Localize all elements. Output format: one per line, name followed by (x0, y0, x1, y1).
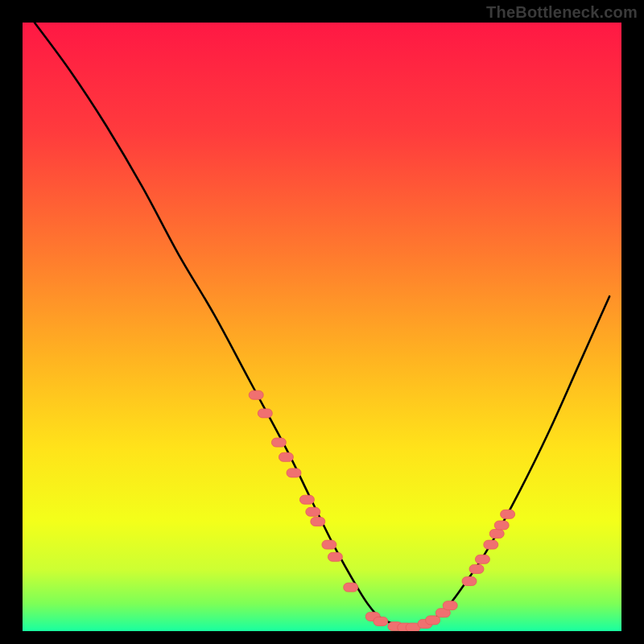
curve-marker (311, 517, 325, 526)
curve-marker (426, 616, 440, 625)
watermark-text: TheBottleneck.com (486, 3, 638, 22)
curve-marker (271, 438, 286, 447)
curve-marker (484, 540, 498, 549)
curve-marker (258, 409, 272, 418)
curve-marker (443, 601, 457, 610)
curve-marker (374, 617, 388, 625)
curve-marker (501, 510, 515, 518)
curve-marker (322, 540, 336, 549)
bottleneck-curve (35, 23, 609, 626)
curve-markers (249, 390, 514, 631)
curve-marker (344, 583, 358, 592)
curve-marker (494, 521, 509, 530)
bottleneck-curve-layer (23, 23, 621, 631)
curve-marker (249, 390, 263, 399)
curve-marker (462, 577, 477, 586)
curve-marker (469, 564, 484, 573)
chart-frame (23, 23, 621, 631)
curve-marker (287, 469, 301, 477)
curve-marker (328, 552, 342, 561)
curve-marker (306, 507, 320, 516)
curve-marker (299, 495, 314, 504)
curve-marker (279, 452, 293, 461)
curve-marker (475, 555, 489, 564)
curve-marker (489, 530, 504, 539)
